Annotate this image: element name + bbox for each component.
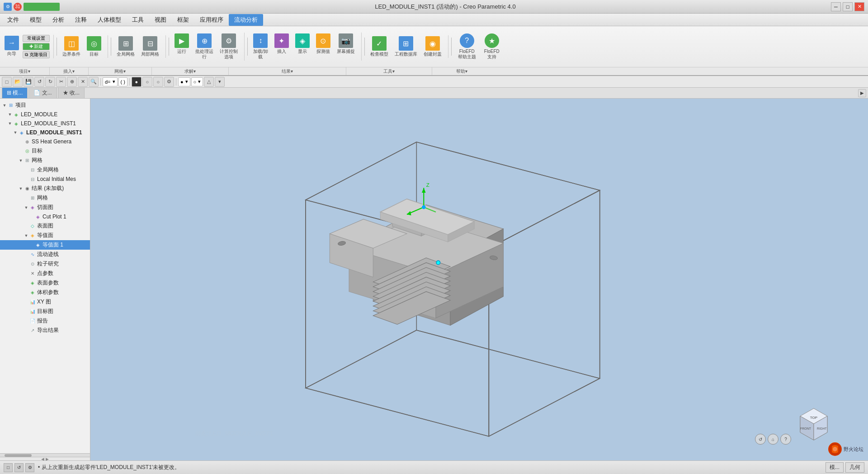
menu-view[interactable]: 视图 [149, 14, 172, 26]
statusbar-icon-1[interactable]: □ [4, 463, 13, 472]
menu-analysis[interactable]: 分析 [47, 14, 70, 26]
tree-toggle-project[interactable]: ▼ [2, 103, 7, 108]
nav-home[interactable]: ⌂ [768, 434, 778, 445]
tree-item-surface-params[interactable]: ◈ 表面参数 [0, 278, 90, 288]
toolbar-floefd-support[interactable]: ★ FloEFD支持 [481, 32, 503, 62]
nav-help[interactable]: ? [780, 434, 791, 445]
menu-tools[interactable]: 工具 [127, 14, 149, 26]
tree-toggle-isosurface1[interactable] [29, 242, 34, 248]
tb2-paste[interactable]: ✕ [78, 77, 88, 87]
toolbar-run[interactable]: ▶ 运行 [172, 33, 192, 55]
tree-item-section[interactable]: ▼ ◈ 切面图 [0, 203, 90, 212]
tb2-paren[interactable]: ( ) [118, 77, 127, 86]
toolbar-load-unload[interactable]: ↕ 加载/卸载 [250, 33, 271, 61]
tree-hscroll-thumb[interactable] [5, 454, 32, 457]
tree-item-ss-heat[interactable]: ⊕ SS Heat Genera [0, 137, 90, 146]
tree-resize-handle[interactable]: ◀ ▶ [0, 457, 90, 460]
tree-toggle-cut-plot[interactable] [29, 214, 34, 219]
statusbar-icon-2[interactable]: ↺ [14, 463, 24, 472]
tree-hscroll[interactable] [0, 453, 90, 457]
toolbar-boundary[interactable]: ◫ 边界条件 [60, 35, 83, 58]
menu-file[interactable]: 文件 [2, 14, 24, 26]
tree-item-isosurface1[interactable]: ◈ 等值面 1 [0, 240, 90, 250]
tree-toggle-isosurface-group[interactable]: ▼ [24, 233, 29, 238]
tb2-circle3[interactable]: ○ [153, 77, 163, 87]
tree-item-results[interactable]: ▼ ◉ 结果 (未加载) [0, 184, 90, 193]
tree-item-project[interactable]: ▼ ⊞ 项目 [0, 100, 90, 110]
tree-item-export[interactable]: ↗ 导出结果 [0, 326, 90, 335]
tab-model[interactable]: ⊞ 模... [2, 87, 28, 99]
tb2-cut[interactable]: ✂ [56, 77, 66, 87]
tree-item-inst1-2[interactable]: ▼ ◈ LED_MODULE_INST1 [0, 128, 90, 137]
tree-toggle-xy-plot[interactable] [24, 299, 29, 305]
tb2-save[interactable]: 💾 [24, 77, 33, 87]
toolbar-create-cap[interactable]: ◉ 创建封盖 [421, 35, 444, 58]
tree-toggle-goal-plot[interactable] [24, 309, 29, 314]
tree-toggle-led-module[interactable]: ▼ [7, 112, 13, 117]
toolbar-new[interactable]: ✚ 新建 [23, 43, 50, 50]
tb2-open[interactable]: 📂 [13, 77, 23, 87]
tb2-undo[interactable]: ↺ [34, 77, 44, 87]
tree-toggle-flowlines[interactable] [24, 252, 29, 257]
toolbar-global-grid[interactable]: ⊞ 全局网格 [114, 35, 137, 58]
tree-toggle-report[interactable] [24, 318, 29, 324]
tree-item-global-mesh[interactable]: ⊟ 全局网格 [0, 165, 90, 175]
tree-toggle-inst1-2[interactable]: ▼ [13, 130, 18, 135]
tree-item-local-mesh[interactable]: ⊟ Local Initial Mes [0, 175, 90, 184]
tb2-more[interactable]: ▾ [215, 77, 225, 87]
tree-item-goal-plot[interactable]: 📊 目标图 [0, 307, 90, 316]
tree-item-mesh2[interactable]: ⊞ 网格 [0, 193, 90, 203]
toolbar-normal-settings[interactable]: 常规设置 [23, 35, 50, 42]
tb2-circle1[interactable]: ● [132, 77, 142, 87]
tb2-triangle[interactable]: △ [204, 77, 214, 87]
toolbar-display[interactable]: ◈ 显示 [292, 33, 312, 55]
menu-annotation[interactable]: 注释 [70, 14, 92, 26]
toolbar-clone[interactable]: ⧉ 克隆项目 [23, 51, 50, 58]
toolbar-database[interactable]: ⊞ 工程数据库 [392, 35, 420, 58]
tree-item-point-params[interactable]: ✕ 点参数 [0, 269, 90, 278]
toolbar-calc-control[interactable]: ⚙ 计算控制选项 [217, 33, 241, 61]
tree-toggle-surface-params[interactable] [24, 280, 29, 286]
tree-item-surface[interactable]: ◇ 表面图 [0, 221, 90, 231]
menu-apps[interactable]: 应用程序 [194, 14, 229, 26]
tree-item-inst1[interactable]: ▼ ◈ LED_MODULE_INST1 [0, 119, 90, 128]
tb2-display-mode[interactable]: ○ ▾ [191, 77, 203, 86]
tree-item-volume-params[interactable]: ◈ 体积参数 [0, 288, 90, 297]
tree-toggle-mesh2[interactable] [24, 195, 29, 201]
tab-extra[interactable]: ▶ [858, 89, 866, 97]
tree-toggle-mesh-group[interactable]: ▼ [18, 158, 24, 163]
tab-doc[interactable]: 📄 文... [28, 87, 57, 99]
tree-toggle-export[interactable] [24, 328, 29, 333]
toolbar-floefd-help[interactable]: ? FloEFD帮助主题 [454, 32, 480, 62]
tb2-redo[interactable]: ↻ [45, 77, 55, 87]
tb2-copy[interactable]: ⊕ [67, 77, 77, 87]
menu-human[interactable]: 人体模型 [92, 14, 127, 26]
tab-collect[interactable]: ★ 收... [58, 87, 85, 99]
tree-toggle-particles[interactable] [24, 261, 29, 267]
tree-toggle-volume-params[interactable] [24, 290, 29, 295]
maximize-button[interactable]: □ [843, 2, 853, 11]
tb2-dimension[interactable]: d= ▾ [103, 77, 118, 86]
tree-toggle-section[interactable]: ▼ [24, 205, 29, 210]
tb2-new[interactable]: □ [2, 77, 12, 87]
statusbar-icon-3[interactable]: ⚙ [25, 463, 34, 472]
toolbar-local-grid[interactable]: ⊟ 局部网格 [138, 35, 162, 58]
close-button[interactable]: ✕ [854, 2, 864, 11]
tree-item-led-module[interactable]: ▼ ◈ LED_MODULE [0, 110, 90, 119]
tree-item-xy-plot[interactable]: 📊 XY 图 [0, 297, 90, 307]
menu-flow[interactable]: 流动分析 [229, 14, 263, 26]
statusbar-model-btn[interactable]: 模... [826, 462, 844, 473]
tree-toggle-global-mesh[interactable] [24, 167, 29, 173]
toolbar-insert[interactable]: ✦ 插入 [272, 33, 292, 55]
toolbar-probe[interactable]: ⊙ 探测值 [313, 33, 333, 55]
tree-toggle-inst1[interactable]: ▼ [7, 121, 13, 126]
menu-model[interactable]: 模型 [24, 14, 47, 26]
tree-item-particles[interactable]: ⊙ 粒子研究 [0, 259, 90, 269]
tb2-view-mode[interactable]: ● ▾ [178, 77, 190, 86]
nav-cube[interactable]: TOP FRONT RIGHT [796, 406, 832, 442]
tb2-circle2[interactable]: ○ [142, 77, 152, 87]
toolbar-check-model[interactable]: ✓ 检查模型 [368, 35, 391, 58]
toolbar-target[interactable]: ◎ 目标 [84, 35, 104, 58]
nav-rotate-left[interactable]: ↺ [755, 434, 766, 445]
tree-item-isosurface-group[interactable]: ▼ ◈ 等值面 [0, 231, 90, 240]
